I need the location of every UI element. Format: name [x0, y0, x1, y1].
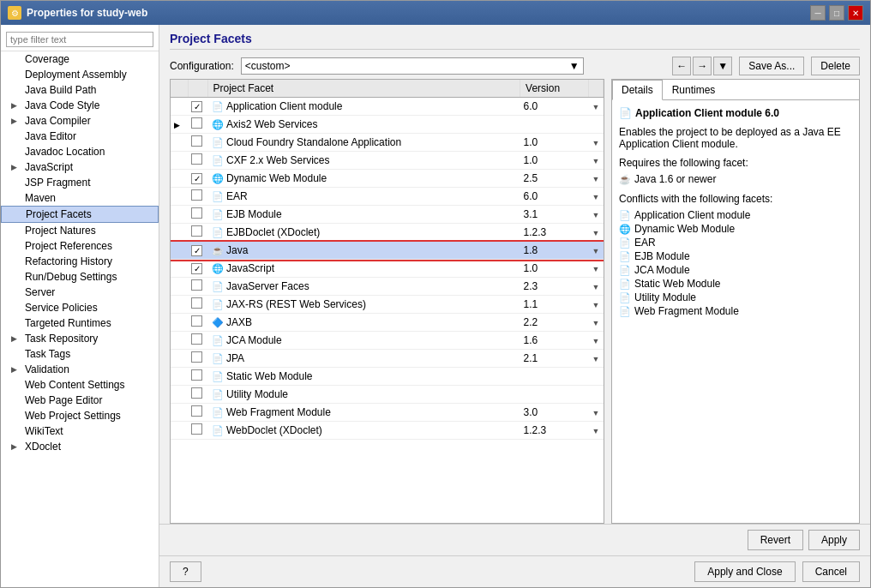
- sidebar-item-jsp-fragment[interactable]: JSP Fragment: [1, 175, 159, 190]
- sidebar-item-web-page-editor[interactable]: Web Page Editor: [1, 393, 159, 408]
- table-row[interactable]: ✓🌐Dynamic Web Module2.5▼: [171, 170, 604, 188]
- facet-checkbox[interactable]: [191, 189, 202, 201]
- table-row[interactable]: ✓📄Application Client module6.0▼: [171, 98, 604, 116]
- sidebar-item-project-facets[interactable]: Project Facets: [1, 206, 159, 223]
- facet-checkbox[interactable]: [191, 279, 202, 291]
- table-row[interactable]: 📄JCA Module1.6▼: [171, 332, 604, 350]
- facet-checkbox[interactable]: [191, 153, 202, 165]
- revert-button[interactable]: Revert: [748, 530, 803, 550]
- version-dropdown-arrow-icon[interactable]: ▼: [592, 265, 600, 273]
- apply-close-button[interactable]: Apply and Close: [694, 561, 795, 582]
- facet-checkbox[interactable]: [191, 225, 202, 237]
- table-row[interactable]: 📄EJB Module3.1▼: [171, 206, 604, 224]
- sidebar-item-maven[interactable]: Maven: [1, 190, 159, 206]
- delete-button[interactable]: Delete: [811, 57, 860, 75]
- table-row[interactable]: 📄WebDoclet (XDoclet)1.2.3▼: [171, 422, 604, 440]
- sidebar-item-coverage[interactable]: Coverage: [1, 51, 159, 67]
- version-dropdown-arrow-icon[interactable]: ▼: [592, 409, 600, 417]
- version-dropdown-arrow-icon[interactable]: ▼: [592, 355, 600, 363]
- table-row[interactable]: 📄CXF 2.x Web Services1.0▼: [171, 152, 604, 170]
- version-dropdown-arrow-icon[interactable]: ▼: [592, 157, 600, 165]
- table-row[interactable]: 📄Web Fragment Module3.0▼: [171, 404, 604, 422]
- close-button[interactable]: ✕: [848, 5, 863, 21]
- facet-checkbox[interactable]: [191, 369, 202, 381]
- sidebar-item-web-content-settings[interactable]: Web Content Settings: [1, 377, 159, 393]
- menu-button[interactable]: ▼: [713, 57, 732, 75]
- tab-details[interactable]: Details: [612, 80, 663, 100]
- version-dropdown-arrow-icon[interactable]: ▼: [592, 139, 600, 147]
- sidebar-item-deployment-assembly[interactable]: Deployment Assembly: [1, 67, 159, 82]
- facet-checkbox[interactable]: [191, 387, 202, 399]
- sidebar-item-xdoclet[interactable]: ▶XDoclet: [1, 439, 159, 454]
- sidebar-item-project-references[interactable]: Project References: [1, 238, 159, 254]
- table-row[interactable]: 📄JavaServer Faces2.3▼: [171, 278, 604, 296]
- sidebar-item-server[interactable]: Server: [1, 285, 159, 300]
- facet-checkbox[interactable]: [191, 333, 202, 345]
- sidebar-item-javadoc-location[interactable]: Javadoc Location: [1, 144, 159, 159]
- save-as-button[interactable]: Save As...: [739, 57, 804, 75]
- facet-checkbox[interactable]: [191, 405, 202, 417]
- forward-button[interactable]: →: [693, 57, 712, 75]
- table-row[interactable]: 🔷JAXB2.2▼: [171, 314, 604, 332]
- version-dropdown-arrow-icon[interactable]: ▼: [592, 337, 600, 345]
- facet-checkbox[interactable]: ✓: [191, 263, 202, 274]
- version-dropdown-arrow-icon[interactable]: ▼: [592, 103, 600, 111]
- facet-checkbox[interactable]: ✓: [191, 245, 202, 256]
- sidebar-item-javascript[interactable]: ▶JavaScript: [1, 159, 159, 175]
- facet-checkbox[interactable]: [191, 351, 202, 363]
- expand-icon[interactable]: ▶: [174, 121, 180, 129]
- version-dropdown-arrow-icon[interactable]: ▼: [592, 427, 600, 435]
- version-dropdown-arrow-icon[interactable]: ▼: [592, 283, 600, 291]
- sidebar-item-java-build-path[interactable]: Java Build Path: [1, 82, 159, 98]
- sidebar-item-refactoring-history[interactable]: Refactoring History: [1, 254, 159, 269]
- facet-checkbox[interactable]: [191, 207, 202, 219]
- facet-checkbox[interactable]: [191, 117, 202, 129]
- table-row[interactable]: 📄JAX-RS (REST Web Services)1.1▼: [171, 296, 604, 314]
- facet-checkbox[interactable]: [191, 297, 202, 309]
- facet-checkbox[interactable]: [191, 315, 202, 327]
- version-dropdown-arrow-icon[interactable]: ▼: [592, 211, 600, 219]
- facet-version: 1.2.3: [524, 226, 547, 238]
- facet-checkbox[interactable]: [191, 423, 202, 435]
- minimize-button[interactable]: ─: [810, 5, 826, 21]
- sidebar-item-java-compiler[interactable]: ▶Java Compiler: [1, 113, 159, 129]
- table-row[interactable]: 📄Utility Module: [171, 386, 604, 404]
- sidebar-item-task-tags[interactable]: Task Tags: [1, 346, 159, 362]
- apply-button[interactable]: Apply: [808, 530, 860, 550]
- sidebar-item-web-project-settings[interactable]: Web Project Settings: [1, 408, 159, 423]
- table-row[interactable]: ✓🌐JavaScript1.0▼: [171, 260, 604, 278]
- sidebar-item-java-editor[interactable]: Java Editor: [1, 129, 159, 144]
- sidebar-item-validation[interactable]: ▶Validation: [1, 362, 159, 377]
- back-button[interactable]: ←: [672, 57, 691, 75]
- facet-checkbox[interactable]: [191, 135, 202, 147]
- maximize-button[interactable]: □: [829, 5, 844, 21]
- table-row[interactable]: 📄EAR6.0▼: [171, 188, 604, 206]
- table-row[interactable]: ✓☕Java1.8▼: [171, 242, 604, 260]
- table-row[interactable]: 📄JPA2.1▼: [171, 350, 604, 368]
- facet-checkbox[interactable]: ✓: [191, 173, 202, 184]
- table-row[interactable]: 📄Static Web Module: [171, 368, 604, 386]
- facet-checkbox[interactable]: ✓: [191, 101, 202, 112]
- expand-col: [171, 242, 188, 260]
- table-row[interactable]: 📄Cloud Foundry Standalone Application1.0…: [171, 134, 604, 152]
- version-dropdown-arrow-icon[interactable]: ▼: [592, 301, 600, 309]
- sidebar-item-run/debug-settings[interactable]: Run/Debug Settings: [1, 269, 159, 285]
- sidebar-item-task-repository[interactable]: ▶Task Repository: [1, 331, 159, 346]
- sidebar-item-java-code-style[interactable]: ▶Java Code Style: [1, 98, 159, 113]
- table-row[interactable]: 📄EJBDoclet (XDoclet)1.2.3▼: [171, 224, 604, 242]
- tab-runtimes[interactable]: Runtimes: [663, 80, 725, 99]
- version-dropdown-arrow-icon[interactable]: ▼: [592, 229, 600, 237]
- cancel-button[interactable]: Cancel: [802, 561, 860, 582]
- version-dropdown-arrow-icon[interactable]: ▼: [592, 247, 600, 255]
- sidebar-item-project-natures[interactable]: Project Natures: [1, 223, 159, 238]
- sidebar-item-service-policies[interactable]: Service Policies: [1, 300, 159, 315]
- config-dropdown[interactable]: <custom> ▼: [241, 57, 584, 75]
- version-dropdown-arrow-icon[interactable]: ▼: [592, 193, 600, 201]
- filter-input[interactable]: [6, 32, 153, 47]
- version-dropdown-arrow-icon[interactable]: ▼: [592, 175, 600, 183]
- help-button[interactable]: ?: [170, 561, 201, 582]
- table-row[interactable]: ▶🌐Axis2 Web Services: [171, 116, 604, 134]
- sidebar-item-wikitext[interactable]: WikiText: [1, 423, 159, 439]
- version-dropdown-arrow-icon[interactable]: ▼: [592, 319, 600, 327]
- sidebar-item-targeted-runtimes[interactable]: Targeted Runtimes: [1, 315, 159, 331]
